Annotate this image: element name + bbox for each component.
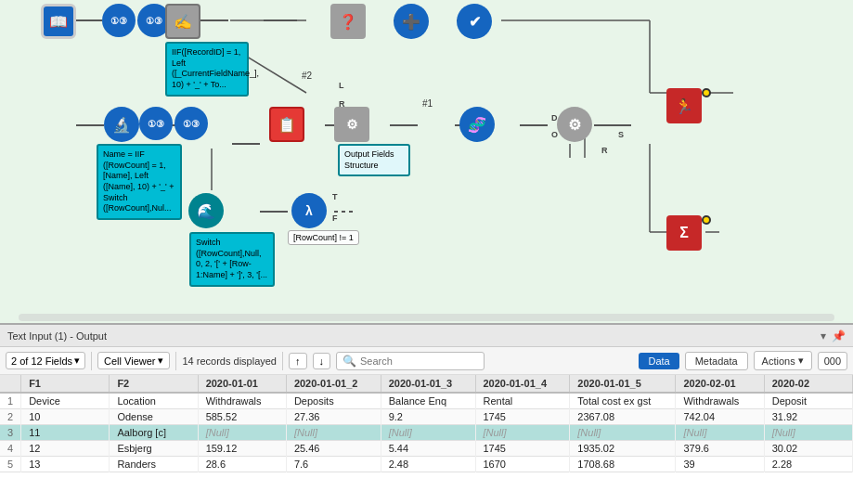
node-record[interactable]: 📋 [269,107,304,142]
svg-text:F: F [332,213,338,223]
data-table-container[interactable]: F1 F2 2020-01-01 2020-01-01_2 2020-01-01… [0,375,853,504]
node-summarize[interactable]: Σ [666,215,702,251]
actions-arrow: ▾ [798,355,804,367]
tooltip-formula1: IIF([RecordID] = 1, Left ([_CurrentField… [165,42,249,97]
search-icon: 🔍 [342,355,356,368]
node-circle1[interactable]: ①③ [102,4,136,37]
fields-label: 2 of 12 Fields [11,355,72,367]
node-flask[interactable]: 🔬 [104,107,139,142]
table-body: 1DeviceLocationWithdrawalsDepositsBalanc… [0,393,853,472]
bottom-panel: Text Input (1) - Output ▾ 📌 2 of 12 Fiel… [0,325,853,504]
search-box[interactable]: 🔍 [336,352,485,370]
data-toolbar: 2 of 12 Fields ▾ Cell Viewer ▾ 14 record… [0,347,853,375]
sep1 [91,352,92,370]
col-2020-01-01-2[interactable]: 2020-01-01_2 [286,375,381,393]
sep3 [282,352,283,370]
svg-text:T: T [332,192,338,201]
records-label: 14 records displayed [182,355,277,367]
search-input[interactable] [360,355,472,367]
tooltip-formula2: Name = IIF ([RowCount] = 1, [Name], Left… [97,144,182,220]
table-row[interactable]: 1DeviceLocationWithdrawalsDepositsBalanc… [0,393,853,409]
node-question[interactable]: ❓ [330,4,366,39]
col-f1[interactable]: F1 [21,375,110,393]
node-check[interactable]: ✔ [457,4,492,39]
output-title-bar: Text Input (1) - Output ▾ 📌 [0,325,853,347]
svg-text:R: R [601,146,608,155]
col-2020-01-01-4[interactable]: 2020-01-01_4 [475,375,570,393]
node-lambda[interactable]: λ [291,193,327,228]
data-table: F1 F2 2020-01-01 2020-01-01_2 2020-01-01… [0,375,853,472]
output-title: Text Input (1) - Output [7,330,107,342]
tooltip-output-fields: Output Fields Structure [338,144,410,176]
table-row[interactable]: 412Esbjerg159.1225.465.4417451935.02379.… [0,441,853,457]
col-2020-01-01-3[interactable]: 2020-01-01_3 [381,375,475,393]
node-gear[interactable]: ⚙ [557,107,592,142]
node-join[interactable]: ⚙ [334,107,369,142]
node-wave[interactable]: 🌊 [188,193,224,228]
svg-text:#2: #2 [302,71,313,81]
cell-viewer-btn[interactable]: Cell Viewer ▾ [97,352,170,369]
node-run-dot [702,88,711,97]
fields-dropdown-arrow: ▾ [74,355,80,367]
table-row[interactable]: 311Aalborg [c][Null][Null][Null][Null][N… [0,425,853,441]
col-2020-01-01[interactable]: 2020-01-01 [198,375,286,393]
data-btn[interactable]: Data [639,353,679,369]
node-summarize-dot [702,215,711,225]
node-circle4[interactable]: ①③ [174,107,208,140]
node-circle3[interactable]: ①③ [139,107,173,140]
col-2020-02[interactable]: 2020-02 [764,375,852,393]
sep2 [175,352,176,370]
svg-text:L: L [339,81,344,90]
rowcount-label: [RowCount] != 1 [288,230,359,245]
col-2020-02-01[interactable]: 2020-02-01 [676,375,764,393]
node-append[interactable]: ➕ [394,4,429,39]
node-dna[interactable]: 🧬 [459,107,495,142]
svg-text:#1: #1 [422,98,433,109]
svg-text:O: O [551,130,558,139]
collapse-icon[interactable]: ▾ [821,330,826,342]
col-f2[interactable]: F2 [110,375,198,393]
table-row[interactable]: 513Randers28.67.62.4816701708.68392.28 [0,457,853,472]
col-2020-01-01-5[interactable]: 2020-01-01_5 [570,375,676,393]
workflow-canvas[interactable]: #2 #1 R L T F D O R S 📖 ①③ ①③ ✍ ❓ ➕ [0,0,853,325]
svg-text:S: S [618,130,624,139]
fields-selector[interactable]: 2 of 12 Fields ▾ [6,352,85,369]
tooltip-switch: Switch ([RowCount],Null, 0, 2, '[' + [Ro… [189,232,275,287]
sort-down-btn[interactable]: ↓ [313,353,331,369]
table-header-row: F1 F2 2020-01-01 2020-01-01_2 2020-01-01… [0,375,853,393]
node-formula1[interactable]: ✍ [165,4,200,39]
sort-up-btn[interactable]: ↑ [289,353,307,369]
node-run[interactable]: 🏃 [666,88,702,123]
col-rownum [0,375,21,393]
format-btn[interactable]: 000 [818,352,847,370]
cell-viewer-arrow: ▾ [158,355,163,367]
metadata-btn[interactable]: Metadata [685,352,748,370]
node-book[interactable]: 📖 [41,4,76,39]
pin-icon[interactable]: 📌 [832,330,846,342]
table-row[interactable]: 210Odense585.5227.369.217452367.08742.04… [0,409,853,425]
actions-btn[interactable]: Actions ▾ [754,351,812,370]
horizontal-scrollbar[interactable] [19,314,834,321]
